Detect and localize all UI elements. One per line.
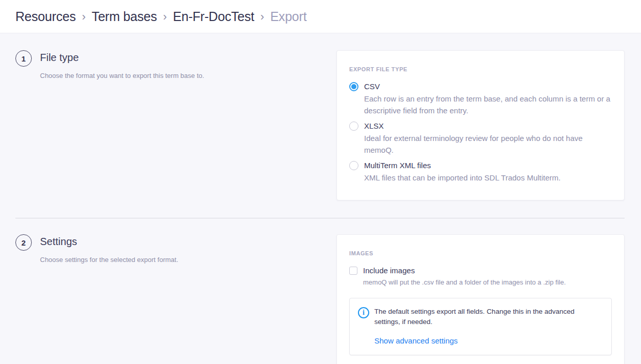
- settings-card: IMAGES Include images memoQ will put the…: [336, 234, 625, 364]
- radio-description-xlsx: Ideal for external terminology review fo…: [364, 132, 612, 156]
- radio-dot: [351, 84, 356, 89]
- file-type-intro: 1 File type Choose the format you want t…: [15, 50, 204, 79]
- step-number-1: 1: [15, 50, 32, 67]
- radio-option-multiterm-xml[interactable]: MultiTerm XML files XML files that can b…: [349, 160, 612, 186]
- radio-button-multiterm-xml[interactable]: [349, 161, 358, 170]
- step-number-2: 2: [15, 234, 32, 251]
- breadcrumb-resources[interactable]: Resources: [15, 9, 76, 24]
- file-type-card: EXPORT FILE TYPE CSV Each row is an entr…: [336, 50, 625, 200]
- breadcrumb-separator: ›: [163, 9, 167, 24]
- radio-label-multiterm-xml[interactable]: MultiTerm XML files: [364, 160, 560, 171]
- info-icon: i: [358, 307, 369, 318]
- section-description-settings: Choose settings for the selected export …: [40, 256, 178, 264]
- radio-label-xlsx[interactable]: XLSX: [364, 120, 612, 132]
- images-group-label: IMAGES: [349, 250, 612, 256]
- radio-label-csv[interactable]: CSV: [364, 81, 612, 92]
- include-images-option[interactable]: Include images memoQ will put the .csv f…: [349, 265, 612, 288]
- advanced-settings-info-box: i The default settings export all fields…: [349, 298, 612, 355]
- radio-description-csv: Each row is an entry from the term base,…: [364, 93, 612, 116]
- settings-section: 2 Settings Choose settings for the selec…: [15, 234, 625, 364]
- page-content: 1 File type Choose the format you want t…: [0, 33, 641, 364]
- file-type-section: 1 File type Choose the format you want t…: [15, 50, 625, 200]
- breadcrumb-term-base-name[interactable]: En-Fr-DocTest: [173, 9, 254, 24]
- radio-option-xlsx[interactable]: XLSX Ideal for external terminology revi…: [349, 120, 612, 158]
- show-advanced-settings-link[interactable]: Show advanced settings: [374, 336, 458, 345]
- include-images-label[interactable]: Include images: [363, 265, 566, 276]
- breadcrumb-current-page: Export: [270, 9, 307, 24]
- breadcrumb: Resources › Term bases › En-Fr-DocTest ›…: [15, 9, 307, 24]
- radio-button-xlsx[interactable]: [349, 122, 358, 131]
- breadcrumb-bar: Resources › Term bases › En-Fr-DocTest ›…: [0, 0, 641, 33]
- info-text: The default settings export all fields. …: [374, 307, 602, 327]
- section-divider: [15, 218, 625, 218]
- settings-intro: 2 Settings Choose settings for the selec…: [15, 234, 178, 264]
- export-file-type-group-label: EXPORT FILE TYPE: [349, 66, 612, 72]
- section-description-file-type: Choose the format you want to export thi…: [40, 72, 204, 79]
- breadcrumb-term-bases[interactable]: Term bases: [92, 9, 157, 24]
- include-images-description: memoQ will put the .csv file and a folde…: [363, 277, 566, 288]
- section-title-file-type: File type: [40, 52, 204, 64]
- term-base-export-page: Resources › Term bases › En-Fr-DocTest ›…: [0, 0, 641, 364]
- radio-button-csv[interactable]: [349, 82, 358, 91]
- radio-option-csv[interactable]: CSV Each row is an entry from the term b…: [349, 81, 612, 118]
- radio-description-multiterm-xml: XML files that can be imported into SDL …: [364, 172, 560, 184]
- breadcrumb-separator: ›: [261, 9, 264, 24]
- include-images-checkbox[interactable]: [349, 267, 357, 275]
- breadcrumb-separator: ›: [82, 9, 86, 24]
- section-title-settings: Settings: [40, 236, 178, 248]
